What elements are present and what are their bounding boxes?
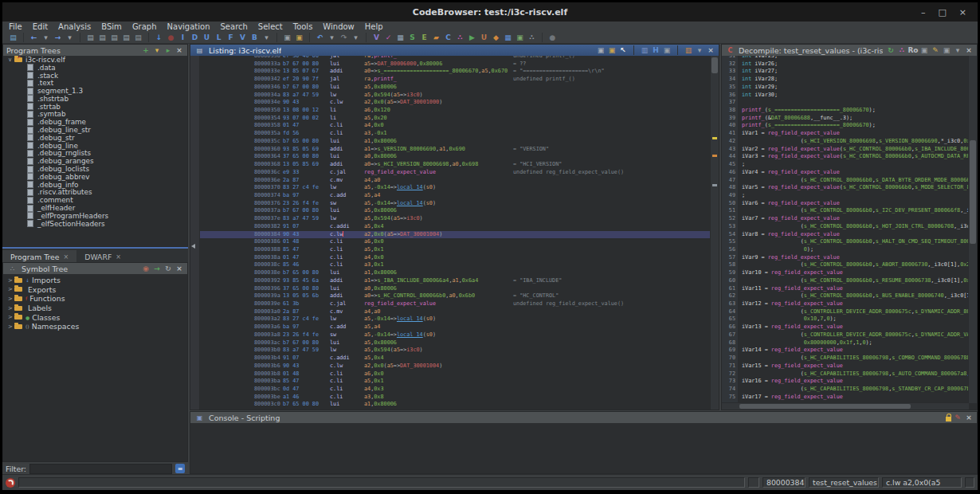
decompile-line[interactable]: 47 (s_HC_CONTROL_800066b0,s_DATA_BYTE_OR…	[722, 177, 969, 185]
decompile-line[interactable]: 53 (s_HC_CONTROL_800066b0,s_HOT_JOIN_CTR…	[722, 223, 969, 231]
scrollbar-thumb[interactable]	[739, 404, 911, 409]
tree-node[interactable]: .strtab	[3, 103, 187, 111]
menu-tools[interactable]: Tools	[293, 22, 313, 31]
listing-row[interactable]: 80000374ba 97c.adda5,a4	[190, 192, 719, 200]
listing-row[interactable]: 8000033ab7 67 00 80luia5=>DAT_80006000,0…	[190, 61, 719, 69]
copy-icon[interactable]: ▣	[919, 45, 929, 55]
goto-folder-icon[interactable]: ▸	[163, 45, 173, 55]
decompile-line[interactable]: 75iVar17 = reg_field_expect_value	[722, 394, 969, 402]
paste-icon[interactable]: ▣	[607, 45, 617, 55]
listing-row[interactable]: 800003ba85 47c.lia5,0x1	[190, 378, 719, 386]
close-icon[interactable]: ×	[964, 45, 974, 55]
listing-row[interactable]: 8000038490 43c.lwa2,0x0(a5=>DAT_30001004…	[190, 231, 719, 239]
tree-node[interactable]: .debug_line_str	[3, 126, 187, 134]
listing-row[interactable]: 800003a823 26 f4 feswa5,-0x14=>local_14(…	[190, 331, 719, 339]
decompile-line[interactable]: 35int iVar29;	[722, 84, 969, 92]
tree-node[interactable]: .riscv.attributes	[3, 189, 187, 197]
decompile-line[interactable]: 58 (s_HC_CONTROL_800066b0,s_ABORT_800067…	[722, 261, 969, 269]
letter-v-icon[interactable]: V	[237, 33, 249, 43]
console-tool-icon[interactable]: C	[442, 33, 454, 43]
listing-row[interactable]: 80000342ef 20 90 7fjalra,printf_undefine…	[190, 76, 719, 84]
symbol-tree-item-namespaces[interactable]: >()Namespaces	[3, 322, 187, 331]
listing-row[interactable]: 8000038291 07c.addia5,0x4	[190, 223, 719, 231]
copy-icon[interactable]: ▣	[596, 45, 606, 55]
tree-node[interactable]: _elfProgramHeaders	[3, 212, 187, 220]
tree-node[interactable]: .debug_frame	[3, 118, 187, 126]
symbol-tree-header[interactable]: ∴ Symbol Tree ◉→↻×	[3, 263, 187, 274]
menu-file[interactable]: File	[9, 22, 22, 31]
decompile-line[interactable]: 51 (s_HC_CONTROL_800066b0,s_I2C_DEV_PRES…	[722, 207, 969, 215]
tree-node[interactable]: _elfSectionHeaders	[3, 220, 187, 228]
maximize-button[interactable]: □	[938, 7, 946, 18]
tree-node[interactable]: .debug_abbrev	[3, 173, 187, 181]
edit-icon[interactable]: ✎	[931, 45, 940, 55]
listing-row[interactable]: 8000035013 08 00 12lia6,0x120	[190, 107, 719, 115]
close-icon[interactable]: ×	[964, 413, 974, 422]
tree-node[interactable]: .debug_info	[3, 181, 187, 189]
expand-arrow-icon[interactable]: >	[8, 305, 14, 312]
program-trees-header[interactable]: Program Trees +▾▸×	[3, 45, 187, 56]
symbol-tree-item-classes[interactable]: >●Classes	[3, 312, 187, 322]
program-icon-2[interactable]: ▤	[96, 33, 108, 43]
listing-row[interactable]: 8000038eb7 65 00 80luia1,0x80006	[190, 269, 719, 277]
menu-edit[interactable]: Edit	[33, 22, 48, 31]
letter-f-icon[interactable]: F	[225, 33, 237, 43]
tree-node[interactable]: segment_1.3	[3, 87, 187, 95]
forward-icon[interactable]: →	[52, 33, 64, 43]
expand-arrow-icon[interactable]: >	[8, 323, 14, 330]
datatype-icon[interactable]: U	[478, 33, 490, 43]
hover-icon[interactable]: H	[651, 45, 661, 55]
decompile-line[interactable]: 60 (s_HC_CONTROL_800066b0,s_RESUME_80006…	[722, 277, 969, 285]
menu-select[interactable]: Select	[258, 22, 283, 31]
new-tree-icon[interactable]: +	[141, 45, 151, 55]
symbol-tree-item-exports[interactable]: >Exports	[3, 285, 187, 295]
decompile-line[interactable]: 36int iVar30;	[722, 92, 969, 100]
listing-row[interactable]: 800003acb7 67 00 80luia5,0x80006	[190, 339, 719, 347]
listing-row[interactable]: 8000037e83 a7 47 59lwa5,0x594(a5=>i3c0)	[190, 215, 719, 223]
down-arrow-icon[interactable]: ↓	[153, 33, 165, 43]
decompile-line[interactable]: 57iVar9 = reg_field_expect_value	[722, 254, 969, 262]
undo-dropdown-icon[interactable]: ▾	[326, 33, 338, 43]
snapshot-icon[interactable]: ▣	[942, 45, 951, 55]
save-icon[interactable]: ▤	[7, 33, 19, 43]
filter-input[interactable]	[29, 464, 172, 474]
redo-icon[interactable]: ↷	[338, 33, 350, 43]
letter-i-icon[interactable]: I	[177, 33, 189, 43]
tree-node[interactable]: .debug_loclists	[3, 165, 187, 173]
call-graph-icon[interactable]: ∴	[897, 45, 907, 55]
letter-u-icon[interactable]: U	[201, 33, 213, 43]
decompile-header[interactable]: C Decompile: test_reset_values - (i3c-ri…	[722, 45, 977, 56]
refresh-icon[interactable]: ↻	[886, 45, 896, 55]
symbol-tree-item-labels[interactable]: >Labels	[3, 304, 187, 313]
menu-bsim[interactable]: BSim	[101, 22, 122, 31]
listing-row[interactable]: 8000039e61 3bc.jalreg_field_expect_value…	[190, 300, 719, 308]
tree-node[interactable]: .text	[3, 79, 187, 87]
run-script-icon[interactable]: ▶	[466, 33, 478, 43]
close-icon[interactable]: ×	[174, 45, 184, 55]
letter-l-icon[interactable]: L	[213, 33, 225, 43]
listing-row[interactable]: 8000038601 48c.lia6,0x0	[190, 238, 719, 246]
expand-arrow-icon[interactable]: >	[8, 314, 14, 320]
back-icon[interactable]: ←	[28, 33, 40, 43]
listing-row[interactable]: 800003b801 48c.lia6,0x0	[190, 370, 719, 378]
listing-row[interactable]: 800003bc0d 47c.lia4,0x3	[190, 386, 719, 394]
menu-graph[interactable]: Graph	[132, 22, 157, 31]
clear-console-icon[interactable]: ✎	[953, 413, 962, 422]
decompile-line[interactable]: 42 (s_HCI_VERSION_80006698,s_VERSION_800…	[722, 138, 969, 146]
tree-node-root[interactable]: ∨ i3c-riscv.elf	[3, 56, 187, 64]
font-toggle-icon[interactable]: Ro	[908, 45, 918, 55]
dropdown-icon[interactable]: ▾	[953, 45, 962, 55]
pin-icon[interactable]: ◉	[141, 264, 151, 273]
dropdown-icon[interactable]: ▾	[695, 45, 704, 55]
close-icon[interactable]: ×	[174, 264, 184, 273]
decompile-line[interactable]: 70 (s_HC_CAPABILITIES_80006798,s_COMBO_C…	[722, 355, 969, 363]
decompile-line[interactable]: 45;	[722, 161, 969, 169]
tab-close-icon[interactable]: ×	[64, 253, 69, 261]
tree-node[interactable]: .debug_line	[3, 142, 187, 150]
decompile-line[interactable]: 69iVar14 = reg_field_expect_value	[722, 347, 969, 355]
tree-node[interactable]: .debug_aranges	[3, 157, 187, 165]
program-options-icon[interactable]: ▤	[132, 33, 144, 43]
listing-row[interactable]: 8000036ce9 33c.jalreg_field_expect_value…	[190, 169, 719, 177]
listing-row[interactable]: 8000037623 26 f4 feswa5,-0x14=>local_14(…	[190, 200, 719, 208]
decompile-line[interactable]: 59iVar10 = reg_field_expect_value	[722, 269, 969, 277]
